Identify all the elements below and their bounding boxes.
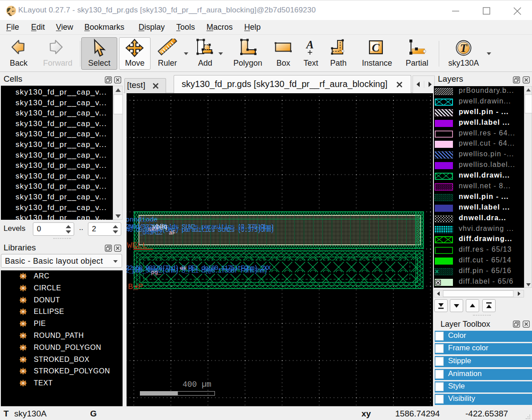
svg-text:2_pd0_50882(Ohm) S_PE1 d(@0.1T: 2_pd0_50882(Ohm) S_PE1 d(@0.1T30Bf F0hm)… — [127, 267, 267, 275]
svg-text:vb@q: vb@q — [152, 223, 167, 230]
svg-text:T: T — [460, 42, 468, 55]
svg-text:400 µm: 400 µm — [183, 380, 211, 389]
svg-text:onndiode: onndiode — [127, 216, 158, 224]
svg-text:aF: aF — [169, 230, 176, 236]
svg-text:A: A — [306, 39, 314, 51]
svg-text:e#: e# — [180, 265, 187, 272]
svg-text:pg_: pg_ — [151, 269, 162, 276]
svg-text:C: C — [372, 41, 380, 54]
